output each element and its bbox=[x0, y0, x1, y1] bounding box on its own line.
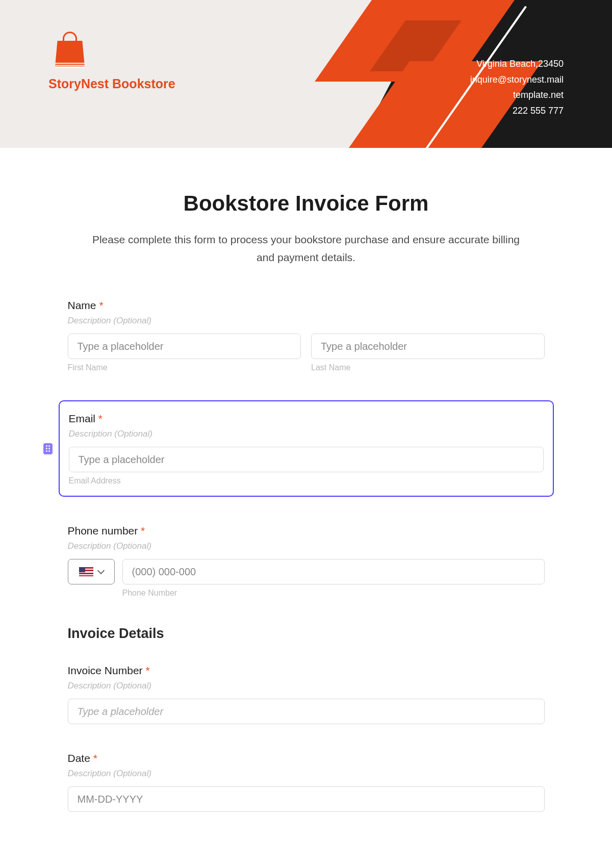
date-field-group: Date * Description (Optional) bbox=[68, 752, 545, 812]
invoice-number-input[interactable] bbox=[68, 699, 545, 724]
last-name-input[interactable] bbox=[311, 334, 545, 359]
contact-address: Virginia Beach,23450 bbox=[470, 56, 564, 72]
phone-sublabel: Phone Number bbox=[122, 589, 545, 598]
required-indicator: * bbox=[99, 299, 103, 311]
email-desc: Description (Optional) bbox=[69, 429, 544, 439]
phone-input[interactable] bbox=[122, 559, 545, 584]
invoice-number-desc: Description (Optional) bbox=[68, 681, 545, 691]
contact-info: Virginia Beach,23450 inquire@storynest.m… bbox=[470, 56, 564, 118]
email-sublabel: Email Address bbox=[69, 476, 544, 486]
invoice-details-heading: Invoice Details bbox=[68, 626, 545, 642]
required-indicator: * bbox=[93, 752, 97, 764]
us-flag-icon bbox=[79, 567, 93, 576]
first-name-input[interactable] bbox=[68, 334, 301, 359]
chevron-down-icon bbox=[97, 567, 104, 574]
invoice-number-field-group: Invoice Number * Description (Optional) bbox=[68, 665, 545, 724]
country-code-select[interactable] bbox=[68, 559, 115, 584]
required-indicator: * bbox=[98, 413, 103, 424]
required-indicator: * bbox=[145, 665, 149, 676]
date-label: Date * bbox=[68, 752, 545, 764]
name-desc: Description (Optional) bbox=[68, 316, 545, 326]
form-title: Bookstore Invoice Form bbox=[68, 191, 545, 216]
required-indicator: * bbox=[141, 525, 145, 537]
first-name-sublabel: First Name bbox=[68, 363, 301, 372]
brand-name: StoryNest Bookstore bbox=[48, 76, 175, 91]
date-input[interactable] bbox=[68, 786, 545, 812]
email-input[interactable] bbox=[69, 447, 544, 472]
last-name-sublabel: Last Name bbox=[311, 363, 545, 372]
invoice-number-label: Invoice Number * bbox=[68, 665, 545, 677]
phone-label: Phone number * bbox=[68, 525, 545, 537]
phone-desc: Description (Optional) bbox=[68, 541, 545, 551]
header-graphic bbox=[296, 0, 612, 148]
email-field-group[interactable]: Email * Description (Optional) Email Add… bbox=[59, 400, 554, 497]
name-field-group: Name * Description (Optional) First Name… bbox=[68, 299, 545, 372]
drag-handle-icon[interactable] bbox=[43, 443, 53, 454]
date-desc: Description (Optional) bbox=[68, 769, 545, 779]
header-banner: StoryNest Bookstore Virginia Beach,23450… bbox=[0, 0, 612, 148]
form-container: Bookstore Invoice Form Please complete t… bbox=[68, 148, 545, 812]
shopping-bag-icon bbox=[54, 36, 87, 69]
phone-field-group: Phone number * Description (Optional) Ph… bbox=[68, 525, 545, 598]
logo-section: StoryNest Bookstore bbox=[48, 36, 175, 91]
form-description: Please complete this form to process you… bbox=[84, 231, 528, 266]
email-label: Email * bbox=[69, 413, 544, 425]
contact-website: template.net bbox=[470, 87, 564, 103]
contact-phone: 222 555 777 bbox=[470, 103, 564, 119]
name-label: Name * bbox=[68, 299, 545, 312]
contact-email: inquire@storynest.mail bbox=[470, 72, 564, 88]
